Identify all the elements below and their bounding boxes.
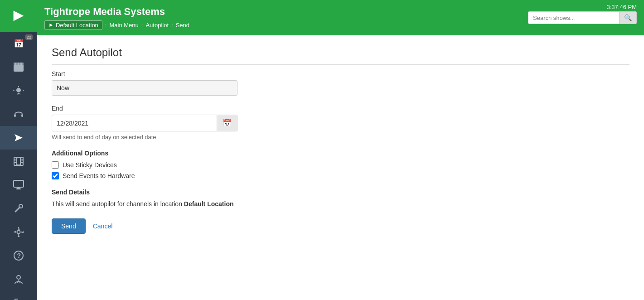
sidebar-item-settings[interactable] [0, 220, 37, 244]
svg-point-31 [17, 276, 20, 279]
sidebar: 📅 22 75 [0, 0, 37, 300]
svg-rect-12 [14, 114, 16, 117]
send-events-checkbox[interactable] [52, 172, 59, 179]
sidebar-item-support[interactable] [0, 102, 37, 126]
app-logo[interactable] [0, 0, 37, 32]
search-box: 🔍 [528, 11, 637, 24]
sticky-devices-row: Use Sticky Devices [52, 161, 629, 169]
svg-text:?: ? [17, 252, 21, 259]
location-icon: ► [48, 22, 54, 28]
svg-point-28 [17, 231, 20, 234]
sidebar-item-calendar[interactable]: 📅 22 [0, 32, 37, 55]
svg-rect-23 [14, 180, 24, 187]
svg-rect-25 [16, 189, 21, 189]
send-details-description: This will send autopilot for channels in… [52, 200, 184, 208]
sidebar-item-tools[interactable] [0, 197, 37, 220]
additional-options-section: Additional Options Use Sticky Devices Se… [52, 150, 629, 179]
search-input[interactable] [528, 12, 619, 24]
send-events-label: Send Events to Hardware [63, 172, 135, 179]
cancel-button[interactable]: Cancel [93, 219, 113, 233]
sidebar-item-weather[interactable]: 75 [0, 79, 37, 102]
svg-rect-22 [17, 158, 20, 165]
content-area: Send Autopilot Start End 📅 Will send to … [37, 35, 644, 300]
svg-text:75: 75 [16, 92, 20, 95]
end-hint: Will send to end of day on selected date [52, 134, 629, 140]
svg-rect-10 [23, 90, 24, 91]
svg-marker-14 [15, 134, 23, 141]
sidebar-item-send[interactable] [0, 126, 37, 150]
svg-rect-3 [15, 63, 16, 65]
header: 3:37:46 PM Tightrope Media Systems ► Def… [37, 0, 644, 35]
start-section: Start [52, 70, 629, 96]
button-row: Send Cancel [52, 218, 629, 234]
search-area: 🔍 [528, 11, 637, 24]
send-details-text: This will send autopilot for channels in… [52, 200, 629, 208]
svg-rect-19 [21, 158, 23, 160]
svg-rect-13 [21, 114, 23, 117]
send-details-label: Send Details [52, 189, 629, 196]
svg-rect-18 [15, 163, 16, 165]
sidebar-item-media[interactable] [0, 55, 37, 79]
sidebar-item-help[interactable]: ? [0, 244, 37, 267]
end-section: End 📅 Will send to end of day on selecte… [52, 105, 629, 140]
svg-rect-7 [18, 86, 19, 87]
current-time: 3:37:46 PM [607, 4, 637, 10]
svg-rect-16 [15, 158, 16, 160]
breadcrumb-sep-1: : [105, 22, 107, 29]
breadcrumb-location[interactable]: ► Default Location [44, 20, 102, 30]
breadcrumb-autopilot[interactable]: Autopilot [145, 22, 169, 29]
start-label: Start [52, 70, 629, 77]
sidebar-item-film[interactable] [0, 150, 37, 173]
svg-rect-21 [21, 163, 23, 165]
location-label: Default Location [56, 22, 98, 29]
send-events-row: Send Events to Hardware [52, 172, 629, 179]
end-date-wrapper: 📅 [52, 115, 237, 131]
svg-rect-4 [18, 63, 19, 65]
calendar-button[interactable]: 📅 [217, 115, 237, 131]
breadcrumb-main-menu[interactable]: Main Menu [109, 22, 138, 29]
end-label: End [52, 105, 629, 112]
svg-marker-0 [14, 11, 24, 21]
svg-point-27 [19, 204, 23, 208]
send-details-location: Default Location [184, 200, 234, 208]
breadcrumb-sep-3: : [171, 22, 173, 29]
svg-rect-20 [21, 160, 23, 162]
svg-rect-17 [15, 160, 16, 162]
sidebar-item-user[interactable] [0, 267, 37, 291]
breadcrumb-sep-2: : [141, 22, 143, 29]
additional-options-label: Additional Options [52, 150, 629, 157]
sidebar-item-logout[interactable] [0, 291, 37, 300]
breadcrumb-send[interactable]: Send [176, 22, 189, 29]
search-button[interactable]: 🔍 [619, 12, 636, 24]
send-button[interactable]: Send [52, 218, 86, 234]
main-area: 3:37:46 PM Tightrope Media Systems ► Def… [37, 0, 644, 300]
sticky-devices-label: Use Sticky Devices [63, 161, 117, 169]
svg-rect-5 [20, 63, 22, 65]
svg-rect-9 [13, 90, 15, 91]
send-details-section: Send Details This will send autopilot fo… [52, 189, 629, 208]
end-date-input[interactable] [52, 116, 217, 131]
page-title: Send Autopilot [52, 46, 629, 65]
svg-rect-1 [14, 64, 24, 72]
start-input[interactable] [52, 80, 237, 96]
sticky-devices-checkbox[interactable] [52, 161, 59, 169]
sidebar-item-monitor[interactable] [0, 173, 37, 197]
